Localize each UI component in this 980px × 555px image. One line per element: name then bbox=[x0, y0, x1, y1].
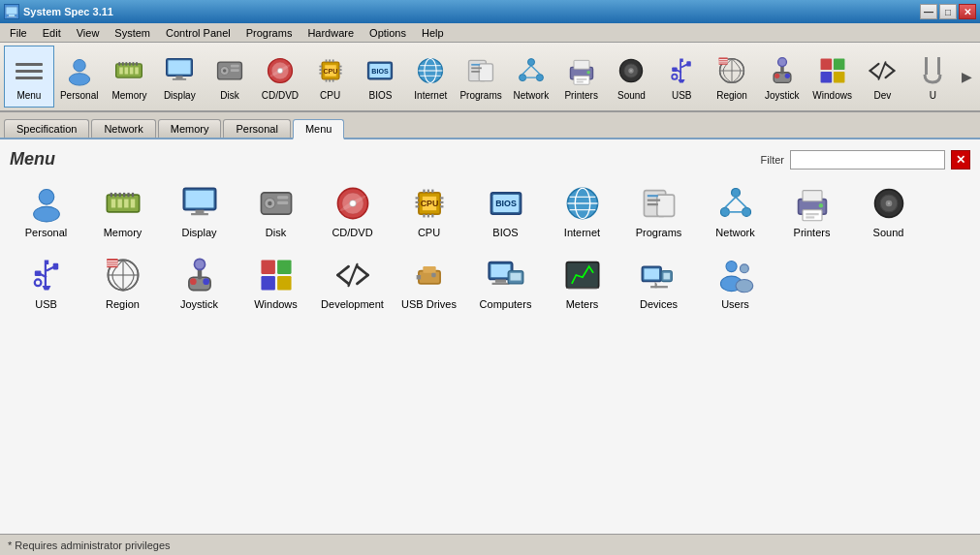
sound-icon bbox=[614, 53, 648, 88]
svg-rect-157 bbox=[647, 195, 657, 197]
svg-rect-110 bbox=[117, 200, 121, 208]
menubar-item-file[interactable]: File bbox=[2, 25, 35, 41]
svg-rect-13 bbox=[119, 62, 121, 66]
filter-clear-button[interactable]: ✕ bbox=[951, 150, 970, 170]
tab-menu[interactable]: Menu bbox=[293, 119, 345, 139]
joystick-icon bbox=[765, 53, 800, 88]
menubar-item-programs[interactable]: Programs bbox=[238, 25, 300, 41]
meters-icon bbox=[563, 256, 602, 294]
svg-point-193 bbox=[190, 278, 197, 285]
grid-icon-meters[interactable]: Meters bbox=[546, 251, 618, 319]
svg-text:CPU: CPU bbox=[323, 67, 337, 75]
network-icon bbox=[514, 53, 549, 88]
maximize-button[interactable]: □ bbox=[939, 4, 957, 19]
toolbar-btn-cd-dvd[interactable]: CD/DVD bbox=[255, 46, 305, 108]
svg-point-175 bbox=[887, 202, 889, 204]
menubar-item-control-panel[interactable]: Control Panel bbox=[158, 25, 238, 41]
programs-icon bbox=[640, 184, 679, 223]
svg-rect-121 bbox=[195, 210, 204, 213]
svg-point-221 bbox=[726, 262, 737, 272]
toolbar-btn-region[interactable]: Region bbox=[707, 46, 757, 108]
toolbar-btn-label: BIOS bbox=[369, 90, 393, 101]
toolbar-btn-label: Internet bbox=[414, 90, 447, 101]
grid-icon-usb-drives[interactable]: USB Drives bbox=[393, 251, 465, 319]
grid-icon-disk[interactable]: Disk bbox=[239, 179, 312, 247]
tab-memory[interactable]: Memory bbox=[158, 119, 222, 138]
menubar-item-system[interactable]: System bbox=[107, 25, 158, 41]
title-left: System Spec 3.11 bbox=[4, 4, 113, 19]
grid-icon-display[interactable]: Display bbox=[163, 179, 236, 247]
toolbar-btn-disk[interactable]: Disk bbox=[205, 46, 255, 108]
grid-icon-label: Programs bbox=[636, 227, 682, 238]
menubar-item-hardware[interactable]: Hardware bbox=[300, 25, 362, 41]
grid-icon-users[interactable]: Users bbox=[699, 251, 772, 319]
toolbar-btn-menu[interactable]: Menu bbox=[4, 46, 54, 108]
svg-rect-207 bbox=[416, 275, 420, 279]
grid-icon-label: Computers bbox=[480, 298, 532, 310]
toolbar-scroll-right[interactable]: ▶ bbox=[958, 65, 976, 88]
toolbar-btn-label: Joystick bbox=[765, 90, 800, 101]
toolbar-btn-network[interactable]: Network bbox=[506, 46, 556, 108]
grid-icon-computers[interactable]: Computers bbox=[469, 251, 542, 319]
tab-specification[interactable]: Specification bbox=[4, 119, 89, 138]
menubar-item-edit[interactable]: Edit bbox=[35, 25, 69, 41]
menubar-item-options[interactable]: Options bbox=[362, 25, 414, 41]
grid-icon-network[interactable]: Network bbox=[699, 179, 772, 247]
toolbar-btn-windows[interactable]: Windows bbox=[807, 46, 858, 108]
filter-input[interactable] bbox=[790, 150, 945, 170]
toolbar-btn-printers[interactable]: Printers bbox=[556, 46, 607, 108]
svg-rect-115 bbox=[118, 193, 120, 197]
menubar-item-view[interactable]: View bbox=[69, 25, 108, 41]
svg-rect-118 bbox=[131, 193, 133, 197]
grid-icon-internet[interactable]: Internet bbox=[546, 179, 618, 247]
toolbar-btn-personal[interactable]: Personal bbox=[54, 46, 105, 108]
title-bar: System Spec 3.11 — □ ✕ bbox=[0, 0, 980, 23]
toolbar-btn-memory[interactable]: Memory bbox=[105, 46, 155, 108]
svg-point-180 bbox=[34, 279, 41, 286]
svg-rect-104 bbox=[925, 57, 928, 75]
grid-icon-devices[interactable]: Devices bbox=[622, 251, 695, 319]
grid-icon-windows[interactable]: Windows bbox=[239, 251, 312, 319]
svg-point-94 bbox=[785, 73, 790, 77]
svg-rect-156 bbox=[656, 195, 674, 216]
toolbar-btn-programs[interactable]: Programs bbox=[456, 46, 506, 108]
grid-icon-memory[interactable]: Memory bbox=[86, 179, 159, 247]
svg-rect-97 bbox=[820, 71, 832, 82]
display-icon bbox=[162, 53, 197, 88]
tab-personal[interactable]: Personal bbox=[223, 119, 290, 138]
close-button[interactable]: ✕ bbox=[959, 4, 976, 19]
grid-icon-usb[interactable]: USB bbox=[10, 251, 82, 319]
grid-icon-label: Sound bbox=[873, 227, 904, 238]
toolbar-btn-bios[interactable]: BIOSBIOS bbox=[356, 46, 406, 108]
minimize-button[interactable]: — bbox=[920, 4, 937, 19]
toolbar-btn-cpu[interactable]: CPUCPU bbox=[305, 46, 356, 108]
toolbar-btn-display[interactable]: Display bbox=[154, 46, 205, 108]
svg-text:BIOS: BIOS bbox=[495, 199, 517, 208]
grid-icon-personal[interactable]: Personal bbox=[10, 179, 82, 247]
grid-icon-joystick[interactable]: Joystick bbox=[163, 251, 236, 319]
toolbar-btn-u[interactable]: U bbox=[907, 46, 958, 108]
status-bar: * Requires administrator privileges bbox=[0, 534, 980, 555]
grid-icon-development[interactable]: Development bbox=[316, 251, 389, 319]
grid-icon-cpu[interactable]: CPUCPU bbox=[393, 179, 465, 247]
svg-point-25 bbox=[223, 69, 227, 73]
tab-network[interactable]: Network bbox=[91, 119, 155, 138]
toolbar-btn-joystick[interactable]: Joystick bbox=[757, 46, 807, 108]
menubar-item-help[interactable]: Help bbox=[414, 25, 452, 41]
svg-rect-220 bbox=[650, 286, 668, 288]
toolbar-btn-usb[interactable]: USB bbox=[656, 46, 707, 108]
grid-icon-sound[interactable]: Sound bbox=[852, 179, 925, 247]
grid-icon-bios[interactable]: BIOSBIOS bbox=[469, 179, 542, 247]
svg-rect-18 bbox=[137, 62, 139, 66]
grid-icon-cd/dvd[interactable]: CD/DVD bbox=[316, 179, 389, 247]
grid-icon-programs[interactable]: Programs bbox=[622, 179, 695, 247]
svg-rect-4 bbox=[16, 70, 43, 73]
toolbar-btn-dev[interactable]: Dev bbox=[858, 46, 908, 108]
grid-icon-printers[interactable]: Printers bbox=[775, 179, 848, 247]
svg-rect-145 bbox=[427, 214, 428, 217]
svg-rect-116 bbox=[123, 193, 125, 197]
grid-icon-region[interactable]: Region bbox=[86, 251, 159, 319]
toolbar-btn-internet[interactable]: Internet bbox=[405, 46, 456, 108]
toolbar-btn-sound[interactable]: Sound bbox=[607, 46, 657, 108]
svg-line-199 bbox=[337, 266, 348, 275]
